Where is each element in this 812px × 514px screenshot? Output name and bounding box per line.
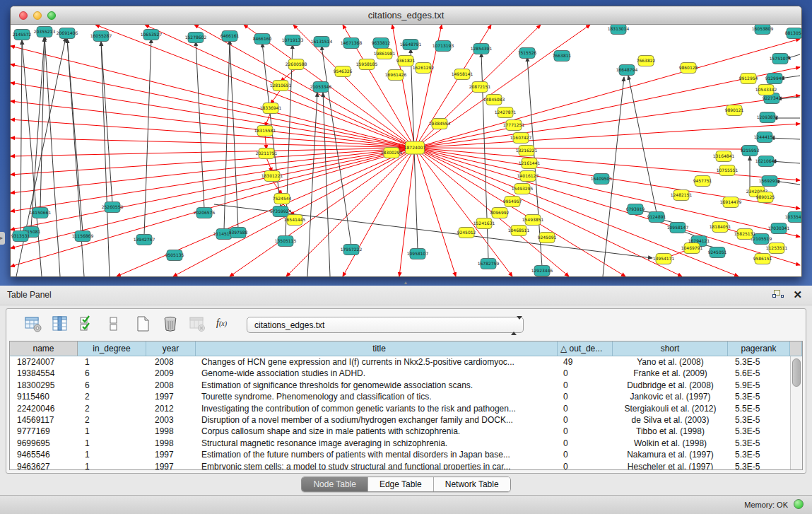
tab-node-table[interactable]: Node Table	[302, 477, 368, 491]
window-zoom-button[interactable]	[47, 11, 56, 20]
cell-in_degree: 1	[78, 356, 146, 368]
cell-in_degree: 6	[78, 368, 146, 379]
graph-node-label: 9129946	[765, 76, 784, 81]
function-builder-icon[interactable]: f(x)	[216, 317, 235, 336]
network-window-titlebar[interactable]: citations_edges.txt	[11, 6, 801, 25]
new-document-icon[interactable]	[135, 315, 153, 334]
table-row[interactable]: 911546021997Tourette syndrome. Phenomeno…	[10, 391, 790, 402]
network-window[interactable]: citations_edges.txt 21455722035521320691…	[10, 6, 802, 277]
graph-node-label: 15241631	[473, 221, 495, 226]
cell-short: Nakamura et al. (1997)	[613, 449, 728, 460]
cell-out: 0	[558, 391, 613, 402]
window-minimize-button[interactable]	[33, 11, 42, 20]
delete-table-disabled-icon	[189, 315, 207, 334]
cell-short: Stergiakouli et al. (2012)	[613, 403, 728, 414]
window-close-button[interactable]	[19, 11, 28, 20]
table-row[interactable]: 946362711997Embryonic stem cells: a mode…	[10, 461, 790, 469]
cell-out: 0	[558, 426, 613, 437]
cell-short: Dudbridge et al. (2008)	[613, 380, 728, 391]
graph-node-label: 14845083	[483, 97, 505, 102]
cell-in_degree: 2	[78, 391, 146, 402]
graph-node-label: 10755551	[717, 168, 739, 173]
graph-node-label: 14016127	[517, 173, 539, 178]
graph-node-label: 16794121	[688, 238, 710, 243]
cell-pagerank: 5.3E-5	[728, 391, 790, 402]
scrollbar-thumb[interactable]	[792, 358, 801, 387]
graph-edge	[101, 42, 110, 276]
graph-node-label: 16914479	[720, 199, 742, 204]
column-header-name[interactable]: name	[10, 341, 78, 356]
graph-edge	[230, 148, 415, 276]
cell-year: 1998	[146, 426, 196, 437]
graph-node-label: 20691406	[57, 30, 78, 35]
window-title: citations_edges.txt	[11, 6, 801, 24]
table-row[interactable]: 1872400712008Changes of HCN gene express…	[10, 356, 790, 368]
table-row[interactable]: 946554611997Estimation of the future num…	[10, 449, 790, 460]
graph-edge	[286, 148, 415, 276]
select-rows-icon[interactable]	[78, 315, 97, 334]
graph-node-label: 10469791	[681, 245, 703, 250]
graph-node-label: 9245091	[538, 235, 557, 240]
tab-edge-table[interactable]: Edge Table	[368, 477, 434, 491]
graph-node-label: 21053346	[310, 84, 332, 89]
cell-title: Structural magnetic resonance image aver…	[196, 438, 558, 449]
column-header-in_degree[interactable]: in_degree	[78, 341, 146, 356]
cell-short: Franke et al. (2009)	[613, 368, 728, 379]
graph-node-label: 7524544	[273, 196, 292, 201]
table-row[interactable]: 1938455462009Genome-wide association stu…	[10, 368, 790, 379]
graph-node-label: 9860128	[679, 65, 698, 70]
column-header-pagerank[interactable]: pagerank	[728, 341, 790, 356]
graph-node-label: 10719133	[282, 37, 304, 42]
float-panel-icon[interactable]	[772, 290, 784, 300]
cell-in_degree: 2	[78, 403, 146, 414]
table-vertical-scrollbar[interactable]	[790, 356, 802, 469]
tab-network-table[interactable]: Network Table	[434, 477, 510, 491]
close-panel-icon[interactable]: ✕	[793, 288, 802, 301]
cell-year: 1998	[146, 438, 196, 449]
graph-edge	[101, 42, 112, 203]
cell-name: 18724007	[10, 356, 78, 368]
network-canvas[interactable]: 2145572203552132069140616055287106535271…	[11, 25, 801, 276]
select-column-icon[interactable]	[52, 315, 70, 334]
table-row[interactable]: 969969511998Structural magnetic resonanc…	[10, 438, 790, 449]
cell-out: 0	[558, 403, 613, 414]
cell-out: 0	[558, 414, 613, 426]
column-header-year[interactable]: year	[146, 341, 196, 356]
table-row[interactable]: 977716911998Corpus callosum shape and si…	[10, 426, 790, 437]
graph-node-label: 18301221	[261, 173, 283, 178]
panel-splitter-handle[interactable]: ▲	[401, 280, 411, 286]
table-row[interactable]: 2242004622012Investigating the contribut…	[10, 403, 790, 414]
table-row[interactable]: 1830029562008Estimation of significance …	[10, 380, 790, 391]
table-settings-icon[interactable]	[25, 315, 43, 334]
network-select[interactable]: citations_edges.txt	[247, 317, 524, 333]
graph-node-label: 9124891	[647, 214, 666, 219]
graph-node-label: 17030341	[768, 226, 790, 230]
graph-node-label: 7663811	[553, 53, 572, 58]
graph-node-label: 9890121	[725, 107, 744, 112]
column-header-short[interactable]: short	[613, 341, 728, 356]
cell-year: 2009	[146, 368, 196, 379]
column-header-out[interactable]: △ out_de...	[558, 341, 613, 356]
graph-node-label: 10468511	[508, 228, 530, 233]
cell-in_degree: 2	[78, 414, 146, 426]
table-row[interactable]: 1456911722003Disruption of a novel membe…	[10, 414, 790, 426]
graph-node-label: 14671368	[341, 40, 363, 45]
clear-selection-icon[interactable]	[105, 315, 124, 334]
delete-icon[interactable]	[162, 315, 180, 334]
graph-edge	[230, 40, 238, 228]
hidden-panel-handle[interactable]: ▸	[0, 232, 5, 245]
cell-title: Changes of HCN gene expression and I(f) …	[196, 356, 558, 368]
column-header-title[interactable]: title	[196, 341, 558, 356]
cell-out: 0	[558, 368, 613, 379]
cell-pagerank: 5.6E-5	[728, 368, 790, 379]
graph-node-label: 9245012	[457, 230, 476, 235]
graph-node-label: 20355213	[34, 29, 56, 34]
graph-edge	[415, 95, 800, 148]
cell-out: 0	[558, 449, 613, 460]
graph-node-label: 10958107	[407, 251, 429, 256]
graph-node-label: 12482151	[671, 192, 693, 197]
network-graph[interactable]: 2145572203552132069140616055287106535271…	[11, 25, 801, 276]
cell-name: 22420046	[10, 403, 78, 414]
cell-pagerank: 5.3E-5	[728, 461, 790, 469]
graph-node-label: 12444151	[754, 134, 776, 139]
